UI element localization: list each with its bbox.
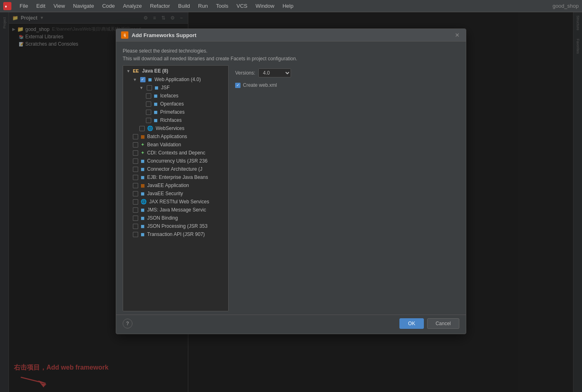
fw-item-icefaces[interactable]: ◼ Icefaces [123,92,228,100]
fw-item-javaee-security[interactable]: ◼ JavaEE Security [123,189,228,198]
cancel-button[interactable]: Cancel [427,318,459,329]
javaee-app-icon: ▦ [141,183,145,188]
fw-item-bean-validation[interactable]: ✦ Bean Validation [123,141,228,149]
icefaces-label: Icefaces [160,93,179,99]
add-frameworks-dialog: ij Add Frameworks Support ✕ Please selec… [116,29,466,334]
fw-item-jax-restful[interactable]: 🌐 JAX RESTful Web Services [123,198,228,206]
fw-item-json-processing[interactable]: ◼ JSON Processing (JSR 353 [123,222,228,230]
menu-run[interactable]: Run [195,2,211,10]
webservices-icon: 🌐 [147,126,153,131]
connector-checkbox[interactable] [133,167,138,172]
javaee-security-checkbox[interactable] [133,191,138,196]
description-line2: This will download all needed libraries … [123,55,459,63]
web-app-chevron: ▼ [133,77,137,82]
cdi-icon: ✦ [141,150,145,156]
framework-list: ▼ EE Java EE (8) ▼ ◼ Web Application (4.… [123,66,228,311]
jsf-label: JSF [161,85,170,90]
create-xml-checkbox[interactable] [235,83,240,88]
cdi-label: CDI: Contexts and Depenc [147,150,205,156]
openfaces-checkbox[interactable] [146,101,151,107]
json-processing-label: JSON Processing (JSR 353 [147,223,207,229]
richfaces-label: Richfaces [160,117,182,123]
menu-edit[interactable]: Edit [33,2,48,10]
jsf-icon: ◼ [154,85,159,90]
fw-item-batch[interactable]: ▦ Batch Applications [123,132,228,141]
fw-item-javaee-app[interactable]: ▦ JavaEE Application [123,181,228,189]
menu-navigate[interactable]: Navigate [70,2,97,10]
primefaces-label: Primefaces [160,109,185,115]
richfaces-checkbox[interactable] [146,118,151,123]
fw-item-jsf[interactable]: ▼ ◼ JSF [123,84,228,92]
connector-label: Connector Architecture (J [147,166,202,172]
icefaces-checkbox[interactable] [146,93,151,99]
primefaces-checkbox[interactable] [146,110,151,115]
menu-file[interactable]: File [16,2,31,10]
menu-vcs[interactable]: VCS [233,2,251,10]
json-binding-checkbox[interactable] [133,216,138,221]
jms-checkbox[interactable] [133,207,138,213]
fw-item-richfaces[interactable]: ◼ Richfaces [123,116,228,124]
menubar: ♦ File Edit View Navigate Code Analyze R… [0,0,582,12]
transaction-api-label: Transaction API (JSR 907) [147,231,205,237]
fw-item-jms[interactable]: ◼ JMS: Java Message Servic [123,206,228,214]
footer-buttons: OK Cancel [399,318,459,329]
openfaces-label: Openfaces [160,101,184,107]
javaee-chevron: ▼ [126,69,130,73]
menu-build[interactable]: Build [175,2,193,10]
jms-label: JMS: Java Message Servic [147,207,206,213]
bean-validation-label: Bean Validation [147,142,181,148]
fw-item-ejb[interactable]: ◼ EJB: Enterprise Java Beans [123,173,228,181]
web-app-icon: ◼ [148,77,152,82]
webservices-checkbox[interactable] [139,126,145,131]
version-select[interactable]: 4.0 3.1 3.0 2.5 [258,68,291,77]
help-button[interactable]: ? [123,319,132,328]
javaee-icon: EE [133,68,139,73]
fw-item-concurrency[interactable]: ◼ Concurrency Utils (JSR 236 [123,157,228,165]
bean-validation-icon: ✦ [141,142,145,148]
jax-restful-checkbox[interactable] [133,199,138,205]
concurrency-checkbox[interactable] [133,159,138,164]
description-line1: Please select the desired technologies. [123,47,459,55]
menu-tools[interactable]: Tools [213,2,231,10]
fw-item-json-binding[interactable]: ◼ JSON Binding [123,214,228,222]
fw-item-connector[interactable]: ◼ Connector Architecture (J [123,165,228,173]
javaee-app-checkbox[interactable] [133,183,138,188]
config-panel: Versions: 4.0 3.1 3.0 2.5 Create web.xml [235,65,459,311]
jsf-checkbox[interactable] [147,85,152,90]
javaee-app-label: JavaEE Application [147,183,189,188]
fw-item-transaction-api[interactable]: ◼ Transaction API (JSR 907) [123,230,228,238]
json-processing-checkbox[interactable] [133,224,138,229]
bean-validation-checkbox[interactable] [133,142,138,148]
concurrency-icon: ◼ [141,158,145,164]
menu-help[interactable]: Help [279,2,297,10]
ejb-checkbox[interactable] [133,175,138,180]
ok-button[interactable]: OK [399,318,423,329]
transaction-api-checkbox[interactable] [133,232,138,237]
menu-refactor[interactable]: Refactor [147,2,173,10]
ejb-label: EJB: Enterprise Java Beans [147,174,208,180]
fw-item-web-application[interactable]: ▼ ◼ Web Application (4.0) [123,75,228,84]
dialog-titlebar: ij Add Frameworks Support ✕ [116,29,466,42]
icefaces-icon: ◼ [154,93,158,99]
cdi-checkbox[interactable] [133,150,138,156]
fw-item-primefaces[interactable]: ◼ Primefaces [123,108,228,116]
dialog-description: Please select the desired technologies. … [116,42,466,65]
javaee-group-header[interactable]: ▼ EE Java EE (8) [123,66,228,75]
menu-view[interactable]: View [50,2,68,10]
fw-item-webservices[interactable]: 🌐 WebServices [123,124,228,132]
menu-analyze[interactable]: Analyze [120,2,145,10]
webservices-label: WebServices [156,126,184,131]
fw-item-cdi[interactable]: ✦ CDI: Contexts and Depenc [123,149,228,157]
web-app-checkbox[interactable] [140,77,146,82]
fw-item-openfaces[interactable]: ◼ Openfaces [123,100,228,108]
menu-window[interactable]: Window [252,2,278,10]
menu-code[interactable]: Code [99,2,118,10]
batch-checkbox[interactable] [133,134,138,139]
json-binding-label: JSON Binding [147,215,178,221]
jms-icon: ◼ [141,207,145,213]
create-xml-row: Create web.xml [235,82,459,88]
dialog-close-button[interactable]: ✕ [454,31,461,39]
ejb-icon: ◼ [141,174,145,180]
richfaces-icon: ◼ [154,117,158,123]
javaee-security-icon: ◼ [141,191,145,196]
